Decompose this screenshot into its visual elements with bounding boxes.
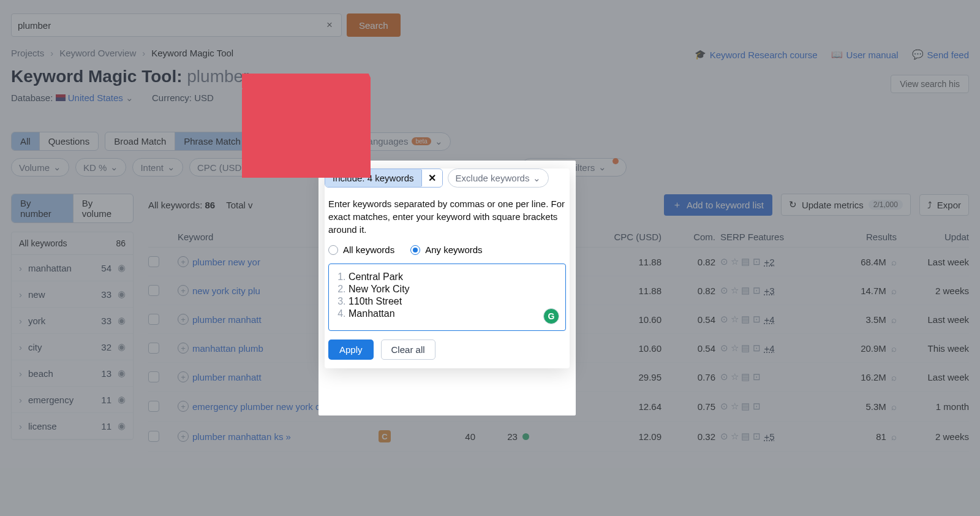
filter-cpc[interactable]: CPC (USD) ⌄ (189, 158, 265, 176)
serp-snapshot-icon[interactable]: ⌕ (891, 401, 897, 412)
col-updated[interactable]: Updat (902, 232, 969, 242)
radio-any-keywords[interactable]: Any keywords (410, 245, 482, 255)
include-keywords-input[interactable]: Central Park New York City 110th Street … (328, 264, 566, 331)
serp-features[interactable]: ⊙ ☆ ▤ ⊡ +3 (720, 285, 824, 296)
search-box[interactable]: × (11, 13, 342, 37)
row-checkbox[interactable] (148, 401, 159, 412)
clear-search-icon[interactable]: × (324, 19, 335, 31)
sidebar-item[interactable]: ›manhattan54 ◉ (12, 255, 133, 281)
row-checkbox[interactable] (148, 285, 159, 296)
clear-all-button[interactable]: Clear all (381, 340, 435, 360)
sort-segment[interactable]: By number By volume (11, 194, 134, 223)
serp-snapshot-icon[interactable]: ⌕ (891, 343, 897, 354)
keyword-link[interactable]: +plumber manhattan ks » (178, 431, 374, 442)
type-segment[interactable]: All Questions (11, 132, 99, 151)
match-segment[interactable]: Broad Match Phrase Match Exact Match ted (105, 132, 349, 151)
seg-exact[interactable]: Exact Match (250, 132, 318, 150)
col-cpc[interactable]: CPC (USD) (594, 232, 662, 242)
crumb-projects[interactable]: Projects (11, 48, 44, 58)
popover-help-text: Enter keywords separated by commas or on… (328, 197, 566, 236)
close-icon[interactable]: ✕ (421, 170, 442, 186)
eye-icon: ◉ (118, 394, 126, 405)
crumb-overview[interactable]: Keyword Overview (59, 48, 136, 58)
row-checkbox[interactable] (148, 314, 159, 325)
serp-features[interactable]: ⊙ ☆ ▤ ⊡ (720, 401, 824, 412)
chevron-right-icon: › (19, 263, 22, 273)
sidebar-head-label: All keywords (19, 238, 67, 248)
difficulty-dot-icon (522, 433, 529, 440)
languages-pill[interactable]: Languages beta ⌄ (355, 132, 451, 151)
database-select[interactable]: United States (68, 93, 123, 103)
seg-questions[interactable]: Questions (40, 132, 99, 150)
export-button[interactable]: ⤴Expor (919, 194, 969, 216)
metrics-badge: 2/1,000 (869, 200, 903, 210)
radio-all-keywords[interactable]: All keywords (328, 245, 394, 255)
row-checkbox[interactable] (148, 256, 159, 267)
eye-icon[interactable]: ◉ (118, 262, 126, 273)
serp-snapshot-icon[interactable]: ⌕ (891, 372, 897, 382)
export-icon: ⤴ (927, 200, 932, 210)
seg-all[interactable]: All (12, 132, 40, 150)
exclude-keywords-pill[interactable]: Exclude keywords ⌄ (448, 169, 549, 188)
sidebar-item[interactable]: ›license11 ◉ (12, 413, 133, 439)
manual-link[interactable]: 📖 User manual (831, 49, 899, 60)
search-input[interactable] (18, 20, 324, 31)
plus-circle-icon[interactable]: + (178, 343, 189, 354)
update-metrics-button[interactable]: ↻Update metrics 2/1,000 (781, 194, 911, 216)
sidebar-item[interactable]: ›york33 ◉ (12, 308, 133, 334)
serp-features[interactable]: ⊙ ☆ ▤ ⊡ (720, 371, 824, 382)
sidebar-item[interactable]: ›emergency11 ◉ (12, 387, 133, 413)
refresh-icon: ↻ (789, 199, 797, 210)
row-checkbox[interactable] (148, 343, 159, 354)
chevron-down-icon: ⌄ (435, 136, 443, 147)
plus-circle-icon[interactable]: + (178, 285, 189, 296)
filter-kd[interactable]: KD % ⌄ (75, 158, 126, 176)
sidebar-item[interactable]: ›beach13 ◉ (12, 360, 133, 387)
filter-volume[interactable]: Volume ⌄ (11, 158, 69, 176)
serp-snapshot-icon[interactable]: ⌕ (891, 257, 897, 267)
col-results[interactable]: Results (829, 232, 897, 242)
chevron-right-icon: › (50, 48, 53, 58)
table-row[interactable]: +plumber manhattan ks » C 40 23 12.09 0.… (148, 422, 969, 452)
help-links: 🎓 Keyword Research course 📖 User manual … (695, 49, 969, 60)
sort-by-number[interactable]: By number (12, 194, 74, 222)
sidebar-item[interactable]: ›new33 ◉ (12, 281, 133, 308)
sort-by-volume[interactable]: By volume (74, 194, 133, 222)
apply-button[interactable]: Apply (328, 340, 374, 360)
plus-circle-icon[interactable]: + (178, 256, 189, 267)
chevron-down-icon: ⌄ (533, 173, 541, 184)
plus-circle-icon[interactable]: + (178, 431, 189, 442)
serp-snapshot-icon[interactable]: ⌕ (891, 314, 897, 325)
sidebar-head-count: 86 (116, 238, 126, 248)
col-serp[interactable]: SERP Features (720, 232, 824, 242)
serp-features[interactable]: ⊙ ☆ ▤ ⊡ +4 (720, 343, 824, 354)
plus-circle-icon[interactable]: + (178, 371, 189, 382)
row-checkbox[interactable] (148, 371, 159, 382)
eye-icon: ◉ (118, 315, 126, 326)
col-com[interactable]: Com. (666, 232, 715, 242)
serp-snapshot-icon[interactable]: ⌕ (891, 431, 897, 442)
view-history-button[interactable]: View search his (891, 75, 969, 93)
row-checkbox[interactable] (148, 431, 159, 442)
include-keywords-pill[interactable]: Include: 4 keywords ✕ (325, 169, 443, 188)
indicator-dot-icon (612, 158, 619, 164)
course-link[interactable]: 🎓 Keyword Research course (695, 49, 818, 60)
add-to-list-button[interactable]: ＋Add to keyword list (664, 194, 772, 216)
serp-snapshot-icon[interactable]: ⌕ (891, 286, 897, 296)
chevron-down-icon[interactable]: ⌄ (126, 93, 134, 103)
include-keywords-popover: Include: 4 keywords ✕ Exclude keywords ⌄… (325, 169, 570, 368)
serp-features[interactable]: ⊙ ☆ ▤ ⊡ +4 (720, 314, 824, 325)
grammarly-icon[interactable]: G (543, 308, 559, 324)
seg-related[interactable]: ted (318, 132, 348, 150)
sidebar-item[interactable]: ›city32 ◉ (12, 334, 133, 360)
serp-features[interactable]: ⊙ ☆ ▤ ⊡ +5 (720, 431, 824, 442)
plus-circle-icon[interactable]: + (178, 401, 189, 412)
filter-intent[interactable]: Intent ⌄ (132, 158, 183, 176)
search-button[interactable]: Search (347, 13, 401, 37)
eye-icon: ◉ (118, 341, 126, 352)
seg-broad[interactable]: Broad Match (105, 132, 175, 150)
serp-features[interactable]: ⊙ ☆ ▤ ⊡ +2 (720, 256, 824, 267)
plus-circle-icon[interactable]: + (178, 314, 189, 325)
seg-phrase[interactable]: Phrase Match (175, 132, 250, 150)
feedback-link[interactable]: 💬 Send feed (912, 49, 969, 60)
